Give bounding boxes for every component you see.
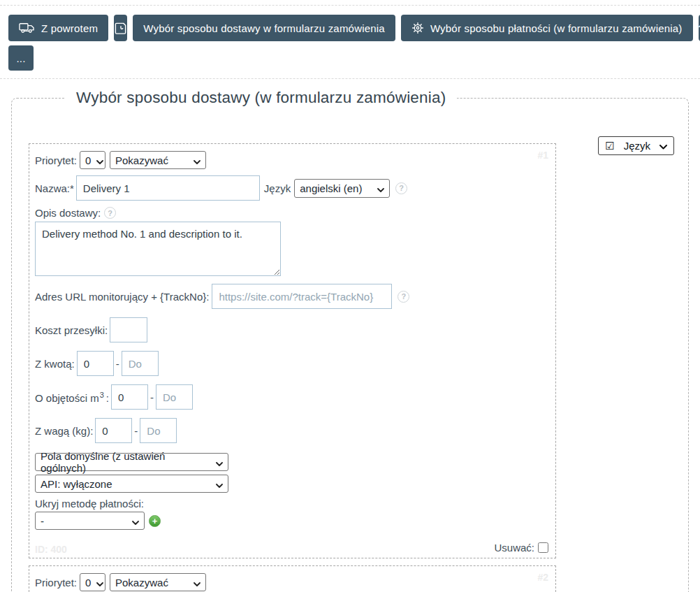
description-textarea[interactable]: Delivery method No. 1 and description to… (35, 222, 281, 276)
help-icon[interactable]: ? (104, 207, 116, 219)
priority-select-value: 0 (85, 154, 91, 166)
priority-select[interactable]: 0 (80, 573, 105, 591)
tracking-url-row: Adres URL monitorujący + {TrackNo}: ? (35, 284, 550, 309)
delivery-truck-icon (19, 22, 35, 34)
hide-payment-row: - + (35, 512, 550, 530)
language-filter-label: Język (624, 140, 650, 152)
chevron-down-icon (377, 182, 384, 194)
priority-select[interactable]: 0 (80, 151, 105, 169)
back-button[interactable]: Z powrotem (8, 15, 108, 41)
fields-mode-select-value: Pola domyślne (z ustawień ogólnych) (41, 450, 210, 474)
method-index-badge: #2 (537, 572, 548, 583)
delete-label: Usuwać: (494, 542, 534, 554)
description-label-row: Opis dostawy: ? (35, 207, 550, 219)
priority-label: Priorytet: (35, 577, 77, 589)
hide-payment-select-value: - (41, 515, 44, 527)
amount-from-input[interactable] (77, 351, 114, 376)
weight-range-row: Z wagą (kg): - (35, 418, 550, 443)
chevron-down-icon (216, 456, 223, 468)
fields-mode-select[interactable]: Pola domyślne (z ustawień ogólnych) (35, 453, 228, 471)
toolbar-row-2: ... (0, 41, 700, 71)
volume-to-input[interactable] (156, 384, 193, 410)
name-input[interactable] (76, 175, 260, 201)
shipping-cost-label: Koszt przesyłki: (35, 324, 108, 336)
record-id-label: ID: 400 (35, 544, 67, 555)
gear-icon (411, 22, 424, 34)
weight-to-input[interactable] (140, 418, 177, 443)
name-row: Nazwa:* Język angielski (en) ? (35, 175, 550, 201)
chevron-down-icon (194, 154, 200, 166)
toolbar: Z powrotem Wybór sposobu dostawy w formu… (0, 6, 700, 41)
priority-row: Priorytet: 0 Pokazywać (35, 573, 550, 591)
priority-row: Priorytet: 0 Pokazywać (35, 151, 550, 169)
api-mode-select-value: API: wyłączone (41, 478, 112, 490)
language-select[interactable]: angielski (en) (294, 179, 390, 198)
mode-selects: Pola domyślne (z ustawień ogólnych) API:… (35, 453, 550, 493)
weight-from-input[interactable] (95, 418, 132, 443)
chevron-down-icon (96, 154, 103, 166)
api-mode-select[interactable]: API: wyłączone (35, 475, 228, 493)
tracking-url-input[interactable] (212, 284, 392, 309)
fields-mode-row: Pola domyślne (z ustawień ogólnych) (35, 453, 550, 471)
name-label: Nazwa:* (35, 182, 74, 194)
delivery-methods-fieldset: Wybór sposobu dostawy (w formularzu zamó… (11, 89, 689, 592)
toolbar-divider (0, 78, 700, 79)
range-dash: - (150, 391, 154, 403)
delivery-method-block-2: #2 Priorytet: 0 Pokazywać (29, 565, 556, 592)
description-label: Opis dostawy: (35, 207, 101, 219)
language-label: Język (264, 182, 291, 194)
add-payment-hide-icon[interactable]: + (149, 515, 161, 527)
volume-from-input[interactable] (111, 384, 148, 410)
api-mode-row: API: wyłączone (35, 475, 550, 493)
visibility-select-value: Pokazywać (115, 154, 168, 166)
delete-row: Usuwać: (36, 541, 548, 554)
save-button[interactable] (114, 15, 127, 41)
priority-select-value: 0 (85, 577, 91, 589)
page-title: Wybór sposobu dostawy (w formularzu zamó… (65, 89, 457, 107)
visibility-select[interactable]: Pokazywać (110, 573, 206, 591)
visibility-select-value: Pokazywać (115, 577, 168, 589)
range-dash: - (116, 358, 119, 370)
delete-checkbox[interactable] (538, 542, 548, 553)
shipping-cost-input[interactable] (110, 317, 147, 342)
payment-methods-button[interactable]: Wybór sposobu płatności (w formularzu za… (401, 15, 693, 41)
range-dash: - (134, 425, 138, 437)
more-button[interactable]: ... (8, 45, 34, 71)
hide-payment-select[interactable]: - (35, 512, 145, 530)
volume-label: O objętości m3: (35, 391, 109, 404)
visibility-select[interactable]: Pokazywać (110, 151, 206, 169)
volume-range-row: O objętości m3: - (35, 384, 550, 410)
delivery-methods-button[interactable]: Wybór sposobu dostawy w formularzu zamów… (133, 15, 395, 41)
chevron-down-icon (216, 478, 223, 490)
save-icon (114, 22, 127, 35)
tracking-url-label: Adres URL monitorujący + {TrackNo}: (35, 291, 209, 303)
language-filter-select[interactable]: ☑ Język (598, 136, 674, 155)
hide-payment-label-row: Ukryj metodę płatności: (35, 498, 550, 510)
amount-to-input[interactable] (122, 351, 159, 376)
help-icon[interactable]: ? (398, 291, 409, 303)
priority-label: Priorytet: (35, 154, 77, 166)
back-button-label: Z powrotem (41, 22, 98, 34)
delivery-method-block-1: #1 Priorytet: 0 Pokazywać Nazwa:* Język … (29, 143, 556, 558)
payment-methods-button-label: Wybór sposobu płatności (w formularzu za… (430, 22, 683, 34)
hide-payment-label: Ukryj metodę płatności: (35, 498, 144, 510)
weight-label: Z wagą (kg): (35, 425, 93, 437)
help-icon[interactable]: ? (395, 182, 407, 194)
shipping-cost-row: Koszt przesyłki: (35, 317, 550, 342)
amount-label: Z kwotą: (35, 358, 75, 370)
checked-checkbox-icon: ☑ (605, 140, 614, 152)
amount-range-row: Z kwotą: - (35, 351, 550, 376)
chevron-down-icon (194, 577, 200, 589)
method-index-badge: #1 (537, 150, 548, 161)
delivery-methods-button-label: Wybór sposobu dostawy w formularzu zamów… (143, 22, 385, 34)
language-select-value: angielski (en) (300, 182, 362, 194)
chevron-down-icon (132, 515, 139, 527)
chevron-down-icon (96, 577, 103, 589)
chevron-down-icon (659, 140, 667, 152)
